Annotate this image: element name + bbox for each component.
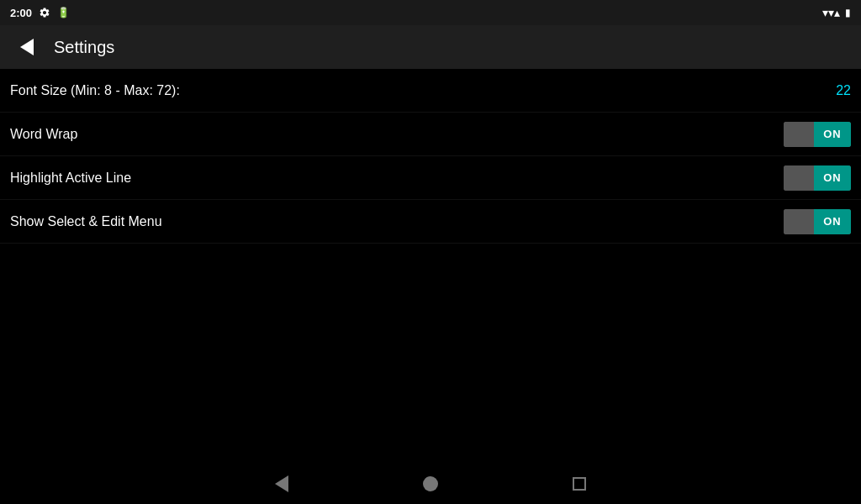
nav-back-button[interactable] (275, 475, 288, 492)
nav-bar (0, 464, 861, 504)
nav-home-icon (423, 476, 438, 491)
back-arrow-icon (20, 39, 34, 55)
highlight-active-line-row: Highlight Active Line ON (0, 156, 861, 200)
word-wrap-toggle[interactable]: ON (784, 122, 851, 147)
font-size-row: Font Size (Min: 8 - Max: 72): 22 (0, 69, 861, 113)
nav-back-icon (275, 475, 288, 492)
show-select-edit-menu-row: Show Select & Edit Menu ON (0, 200, 861, 244)
status-time: 2:00 (10, 7, 32, 19)
font-size-label: Font Size (Min: 8 - Max: 72): (10, 83, 180, 98)
nav-home-button[interactable] (423, 476, 438, 491)
highlight-active-line-label: Highlight Active Line (10, 171, 131, 186)
battery-level-icon: ▮ (845, 7, 851, 18)
toggle-on-label: ON (814, 165, 851, 191)
toolbar: Settings (0, 25, 861, 69)
toggle-on-label: ON (814, 209, 851, 234)
status-bar-right: ▾▾▴ ▮ (822, 6, 851, 19)
battery-icon: 🔋 (57, 7, 70, 18)
status-bar: 2:00 🔋 ▾▾▴ ▮ (0, 0, 861, 25)
show-select-edit-menu-toggle[interactable]: ON (784, 209, 851, 234)
nav-recent-button[interactable] (573, 477, 586, 491)
show-select-edit-menu-label: Show Select & Edit Menu (10, 214, 162, 229)
toggle-off-area (784, 209, 814, 234)
status-bar-left: 2:00 🔋 (10, 7, 70, 19)
signal-icon: ▾▾▴ (822, 6, 840, 19)
toggle-on-label: ON (814, 122, 851, 147)
highlight-active-line-toggle[interactable]: ON (784, 165, 851, 191)
word-wrap-label: Word Wrap (10, 127, 77, 142)
nav-recent-icon (573, 477, 586, 491)
settings-content: Font Size (Min: 8 - Max: 72): 22 Word Wr… (0, 69, 861, 244)
word-wrap-row: Word Wrap ON (0, 113, 861, 156)
toggle-off-area (784, 122, 814, 147)
back-button[interactable] (13, 34, 40, 60)
font-size-value: 22 (836, 83, 851, 98)
toggle-off-area (784, 165, 814, 191)
page-title: Settings (54, 38, 114, 57)
settings-icon (39, 7, 50, 18)
